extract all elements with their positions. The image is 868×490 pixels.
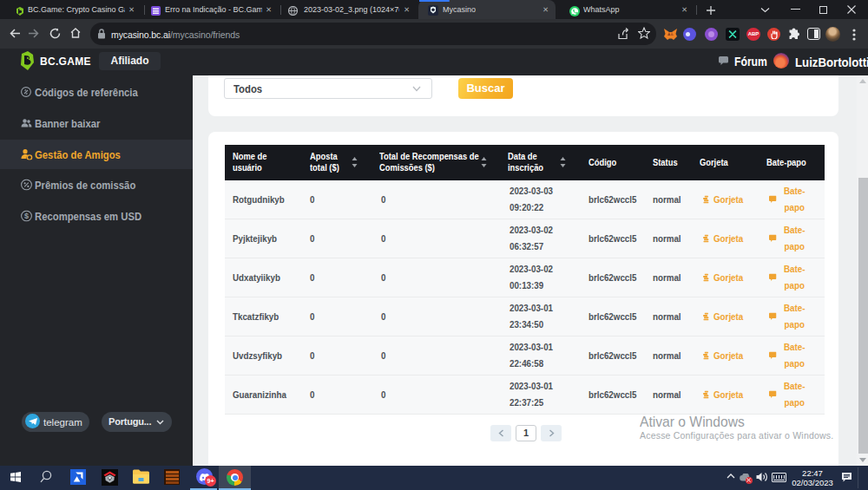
svg-text:$: $ (24, 212, 29, 220)
